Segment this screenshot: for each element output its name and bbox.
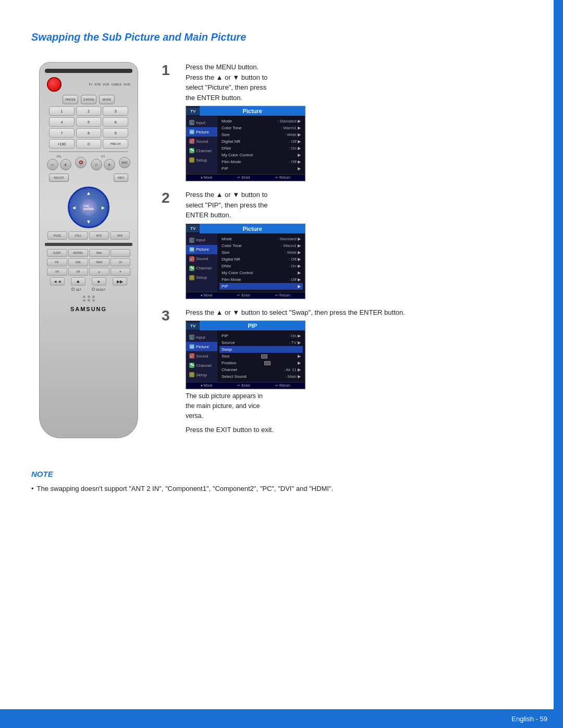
remote-top-bar [45,69,132,73]
adddel-button[interactable]: ADD/DEL [68,249,89,257]
nav-left-arrow: ◄ [71,205,77,211]
mode-buttons-row: PMODE S MODE MODE [45,95,132,104]
pip-button[interactable]: PIP [47,258,67,266]
play-pause-button[interactable]: ► [92,277,106,286]
step-3-text: Press the ▲ or ▼ button to select "Swap"… [186,307,521,318]
step-1-text: Press the MENU button. Press the ▲ or ▼ … [186,62,521,103]
nav-ring-container: ▲ ▼ ◄ ► CH/ENTER [45,187,132,228]
num-3[interactable]: 3 [103,106,128,116]
page-number: English - 59 [511,715,547,723]
note-bullet: The swapping doesn't support "ANT 2 IN",… [31,484,521,495]
remote-container: TVSTBVCRCABLEDVD PMODE S MODE MODE 1 2 3… [31,62,146,438]
step-3-content: Press the ▲ or ▼ button to select "Swap"… [186,307,521,438]
nav-up-arrow: ▲ [86,190,91,196]
step-1-menu: TV Picture 📺Input 🖼Picture 🔊Sound 📡Chann… [186,106,305,181]
nav-right-arrow: ► [101,205,106,211]
note-title: NOTE [31,470,521,478]
up-button[interactable]: ▲ [89,268,109,276]
step-1-row: 1 Press the MENU button. Press the ▲ or … [162,62,521,181]
remote-control: TVSTBVCRCABLEDVD PMODE S MODE MODE 1 2 3… [39,62,138,438]
mode-button[interactable]: MODE [99,95,115,104]
mute-button[interactable]: 🔇 [75,157,87,168]
rew-button[interactable]: ◄◄ [50,277,65,286]
num-6[interactable]: 6 [103,117,128,127]
ch-pip-button[interactable]: CH [111,258,131,266]
steps-panel: 1 Press the MENU button. Press the ▲ or … [162,62,521,438]
on-button-1[interactable]: ON [47,268,67,276]
pmode-button[interactable]: PMODE [63,95,78,104]
source-button[interactable]: SRC [119,157,130,168]
psize-button[interactable]: PSIZE [47,231,67,240]
ff-button[interactable]: ▶▶ [113,277,127,286]
step-3-menu: TV PIP 📺Input 🖼Picture 🔊Sound 📡Channel ⚙… [186,320,305,389]
transport-row: ◄◄ ■ ► ▶▶ [47,277,130,286]
vol-down[interactable]: − [47,159,58,170]
step-2-content: Press the ▲ or ▼ button to select "PIP",… [186,190,521,299]
note-section: NOTE The swapping doesn't support "ANT 2… [31,464,521,495]
num-5[interactable]: 5 [76,117,102,127]
vol-up[interactable]: + [60,159,71,170]
num-plus100[interactable]: +100 [49,139,75,149]
step-3-number: 3 [162,309,177,323]
srs-button[interactable]: SRS [110,231,130,240]
num-0[interactable]: 0 [76,139,102,149]
ch-down[interactable]: − [91,159,102,170]
step-2-menu: TV Picture 📺Input 🖼Picture 🔊Sound 📡Chann… [186,224,305,299]
section-divider [45,243,132,246]
small-btn-grid-3: ON ON ▲ ▼ [47,268,130,276]
samsung-logo: SAMSUNG [45,306,132,312]
smode-button[interactable]: S MODE [81,95,96,104]
step-2-text: Press the ▲ or ▼ button to select "PIP",… [186,190,521,220]
mts-button[interactable]: MTS [89,231,109,240]
ch-label: CH [91,155,115,158]
step-3-row: 3 Press the ▲ or ▼ button to select "Swa… [162,307,521,438]
right-border [554,0,563,728]
num-1[interactable]: 1 [49,106,75,116]
vol-label: VOL [47,155,71,158]
divider-1 [49,151,128,152]
step-3-extra: The sub picture appears in the main pict… [186,391,521,421]
remote-dots [45,295,132,302]
step-1-content: Press the MENU button. Press the ▲ or ▼ … [186,62,521,181]
nav-enter-button[interactable]: CH/ENTER [80,199,97,216]
rec-cp-button[interactable]: REC/CP [49,174,69,182]
ch-up[interactable]: + [104,159,115,170]
number-grid: 1 2 3 4 5 6 7 8 9 +100 0 PRE-CH [49,106,128,149]
size-button[interactable]: SIZE [68,258,89,266]
sleep-button[interactable]: SLEEP [47,249,67,257]
swap-button[interactable]: SWAP [89,258,109,266]
num-9[interactable]: 9 [103,128,128,138]
small-btn-grid-2: PIP SIZE SWAP CH [47,258,130,266]
small-btn-grid-1: SLEEP ADD/DEL DNIe [47,249,130,257]
vol-ch-row: VOL − + 🔇 CH − + SRC [45,155,132,170]
page-title: Swapping the Sub Picture and Main Pictur… [31,31,521,43]
dnie-button[interactable]: DNIe [89,249,109,257]
note-text: The swapping doesn't support "ANT 2 IN",… [31,484,521,495]
step-3-exit: Press the EXIT button to exit. [186,425,521,435]
num-2[interactable]: 2 [76,106,102,116]
nav-down-arrow: ▼ [86,219,91,225]
bottom-bar: English - 59 [0,709,563,728]
num-prech[interactable]: PRE-CH [103,139,128,149]
reset-label: RESET [92,288,105,291]
info-button[interactable]: INFO [114,174,128,182]
num-4[interactable]: 4 [49,117,75,127]
still-button[interactable]: STILL [68,231,88,240]
set-reset-row: SET RESET [45,288,132,291]
num-8[interactable]: 8 [76,128,102,138]
step-1-number: 1 [162,63,177,78]
step-2-number: 2 [162,191,177,205]
nav-ring[interactable]: ▲ ▼ ◄ ► CH/ENTER [68,187,109,228]
down-button[interactable]: ▼ [111,268,131,276]
power-button[interactable] [47,77,62,92]
blank-btn [111,249,131,257]
on-button-2[interactable]: ON [68,268,89,276]
func-row: PSIZE STILL MTS SRS [47,231,130,240]
stop-button[interactable]: ■ [71,277,85,286]
num-7[interactable]: 7 [49,128,75,138]
set-label: SET [71,288,81,291]
step-2-row: 2 Press the ▲ or ▼ button to select "PIP… [162,190,521,299]
tv-labels: TVSTBVCRCABLEDVD [89,83,130,86]
